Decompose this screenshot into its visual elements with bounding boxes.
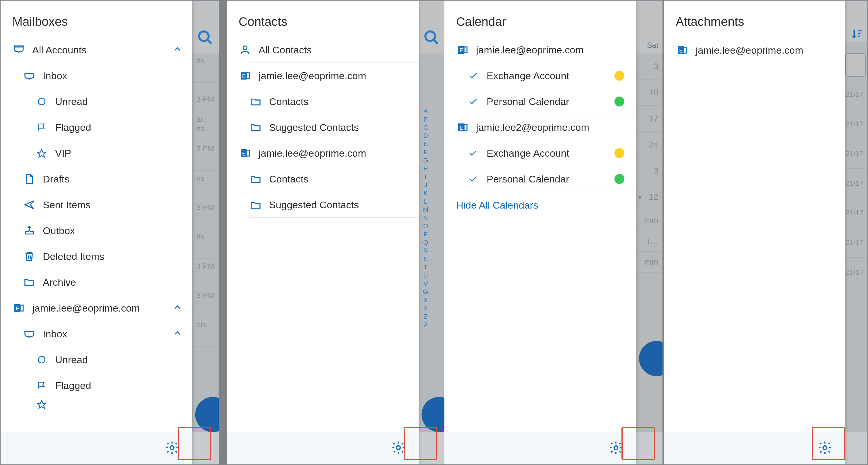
index-letter[interactable]: Q bbox=[423, 239, 428, 246]
exchange-icon: E bbox=[239, 147, 251, 159]
svg-rect-28 bbox=[684, 47, 686, 53]
index-letter[interactable]: V bbox=[424, 280, 428, 288]
contacts-folder-2[interactable]: Contacts bbox=[227, 166, 418, 192]
obscured-mail-list: ns 3 PM ar…ns 3 PM ns 3 PM ns 3 PM 3 PM … bbox=[192, 1, 219, 432]
svg-rect-24 bbox=[464, 124, 467, 130]
account-inbox-row[interactable]: Inbox bbox=[1, 321, 192, 347]
personal-calendar-1[interactable]: Personal Calendar bbox=[444, 89, 636, 114]
index-letter[interactable]: T bbox=[424, 263, 427, 271]
index-letter[interactable]: U bbox=[423, 272, 428, 279]
mailbox-stack-icon bbox=[12, 43, 25, 56]
index-letter[interactable]: F bbox=[424, 148, 427, 156]
personal-calendar-2[interactable]: Personal Calendar bbox=[444, 166, 636, 192]
search-icon bbox=[423, 29, 440, 47]
exchange-icon: E bbox=[456, 121, 469, 134]
attachments-account-1[interactable]: E jamie.lee@eoprime.com bbox=[664, 37, 845, 63]
svg-point-7 bbox=[38, 356, 45, 363]
suggested-contacts-folder-2[interactable]: Suggested Contacts bbox=[227, 192, 418, 218]
mailboxes-panel: ns 3 PM ar…ns 3 PM ns 3 PM ns 3 PM 3 PM … bbox=[1, 1, 219, 464]
attachments-drawer: Attachments E jamie.lee@eoprime.com bbox=[664, 1, 845, 464]
flag-icon bbox=[35, 121, 48, 134]
document-icon bbox=[23, 173, 36, 185]
index-letter[interactable]: O bbox=[423, 222, 428, 230]
deleted-row[interactable]: Deleted Items bbox=[1, 243, 192, 269]
drawer-title: Calendar bbox=[444, 1, 636, 37]
index-letter[interactable]: M bbox=[423, 206, 428, 213]
settings-button[interactable] bbox=[817, 440, 832, 456]
svg-rect-21 bbox=[464, 47, 467, 53]
index-letter[interactable]: J bbox=[424, 181, 427, 189]
index-letter[interactable]: # bbox=[424, 321, 427, 328]
index-letter[interactable]: X bbox=[424, 296, 428, 304]
compose-fab[interactable] bbox=[422, 397, 445, 432]
hide-all-calendars[interactable]: Hide All Calendars bbox=[444, 192, 636, 218]
inbox-icon bbox=[23, 69, 36, 82]
index-letter[interactable]: K bbox=[424, 190, 428, 197]
send-icon bbox=[23, 198, 36, 211]
flagged-row[interactable]: Flagged bbox=[1, 114, 192, 140]
exchange-calendar-2[interactable]: Exchange Account bbox=[444, 140, 636, 166]
svg-rect-17 bbox=[247, 150, 249, 156]
all-accounts-row[interactable]: All Accounts bbox=[1, 37, 192, 63]
calendar-color-dot bbox=[614, 148, 624, 158]
drafts-row[interactable]: Drafts bbox=[1, 166, 192, 192]
vip-row[interactable]: VIP bbox=[1, 140, 192, 166]
index-letter[interactable]: B bbox=[424, 116, 428, 123]
obscured-filter-pill bbox=[845, 53, 866, 77]
settings-button[interactable] bbox=[391, 440, 406, 456]
index-letter[interactable]: H bbox=[423, 165, 428, 173]
contacts-account-2[interactable]: E jamie.lee@eoprime.com bbox=[227, 140, 418, 166]
svg-text:E: E bbox=[16, 306, 19, 312]
index-letter[interactable]: Y bbox=[424, 304, 428, 312]
index-letter[interactable]: L bbox=[424, 198, 427, 205]
chevron-up-icon bbox=[173, 303, 182, 313]
inbox-row[interactable]: Inbox bbox=[1, 63, 192, 89]
index-letter[interactable]: W bbox=[423, 288, 429, 296]
index-letter[interactable]: S bbox=[424, 255, 428, 263]
index-letter[interactable]: C bbox=[423, 124, 428, 132]
suggested-contacts-folder[interactable]: Suggested Contacts bbox=[227, 114, 418, 140]
exchange-calendar-1[interactable]: Exchange Account bbox=[444, 63, 636, 89]
svg-point-19 bbox=[397, 446, 400, 450]
account-unread-row[interactable]: Unread bbox=[1, 347, 192, 373]
contacts-account-1[interactable]: E jamie.lee@eoprime.com bbox=[227, 63, 418, 89]
index-letter[interactable]: R bbox=[423, 247, 428, 255]
obscured-calendar-grid: Sat 3 10 17 24 3 y12 min i… min bbox=[636, 1, 662, 432]
svg-point-2 bbox=[38, 98, 45, 105]
all-contacts-row[interactable]: All Contacts bbox=[227, 37, 418, 63]
index-letter[interactable]: I bbox=[425, 173, 427, 181]
contacts-folder[interactable]: Contacts bbox=[227, 89, 418, 114]
outbox-row[interactable]: Outbox bbox=[1, 218, 192, 243]
settings-button[interactable] bbox=[165, 440, 179, 456]
drawer-footer bbox=[664, 432, 845, 464]
index-letter[interactable]: D bbox=[423, 132, 428, 140]
svg-text:E: E bbox=[242, 150, 246, 157]
settings-button[interactable] bbox=[609, 440, 623, 456]
sent-row[interactable]: Sent Items bbox=[1, 192, 192, 218]
drawer-title: Mailboxes bbox=[1, 1, 192, 37]
folder-icon bbox=[249, 95, 262, 108]
index-letter[interactable]: A bbox=[424, 107, 428, 115]
account-row[interactable]: E jamie.lee@eoprime.com bbox=[1, 295, 192, 321]
account-vip-row-partial[interactable] bbox=[1, 399, 192, 410]
index-letter[interactable]: P bbox=[424, 231, 428, 238]
account-flagged-row[interactable]: Flagged bbox=[1, 373, 192, 399]
calendar-account-1[interactable]: E jamie.lee@eoprime.com bbox=[444, 37, 636, 63]
index-letter[interactable]: N bbox=[423, 214, 428, 222]
folder-icon bbox=[249, 173, 262, 185]
unread-row[interactable]: Unread bbox=[1, 89, 192, 114]
index-letter[interactable]: Z bbox=[424, 313, 427, 320]
compose-fab[interactable] bbox=[195, 397, 219, 432]
alphabet-index[interactable]: ABCDEFGHIJKLMNOPQRSTUVWXYZ# bbox=[418, 107, 433, 328]
index-letter[interactable]: G bbox=[423, 157, 428, 164]
archive-row[interactable]: Archive bbox=[1, 269, 192, 295]
calendar-account-2[interactable]: E jamie.lee2@eoprime.com bbox=[444, 114, 636, 140]
svg-marker-8 bbox=[37, 401, 46, 408]
svg-text:E: E bbox=[460, 47, 463, 53]
chevron-up-icon bbox=[173, 45, 182, 55]
compose-fab[interactable] bbox=[639, 341, 662, 376]
exchange-icon: E bbox=[239, 69, 251, 82]
index-letter[interactable]: E bbox=[424, 140, 428, 148]
star-icon bbox=[35, 399, 48, 410]
calendar-color-dot bbox=[614, 174, 624, 184]
